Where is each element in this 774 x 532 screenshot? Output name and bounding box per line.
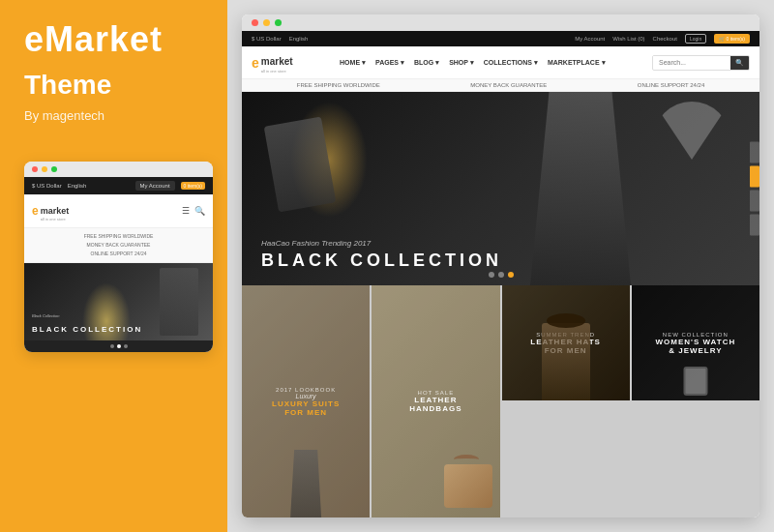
info-shipping: FREE SHIPPING WORLDWIDE bbox=[297, 82, 380, 88]
hero-sub-text: HaaCao Fashion Trending 2017 bbox=[261, 239, 502, 248]
nav-collections[interactable]: COLLECTIONS ▾ bbox=[484, 59, 538, 67]
theme-label: Theme bbox=[24, 70, 203, 101]
desktop-window: $ US Dollar English My Account Wish List… bbox=[242, 15, 759, 517]
left-panel: eMarket Theme By magentech $ US Dollar E… bbox=[0, 0, 227, 532]
product-card-leather-hats[interactable]: Summer Trend LEATHER HATSFOR MEN bbox=[502, 285, 630, 400]
brand-title: eMarket bbox=[24, 19, 203, 60]
desktop-login[interactable]: Login bbox=[685, 34, 706, 44]
search-input[interactable] bbox=[653, 56, 730, 69]
handbag-figure bbox=[444, 464, 492, 508]
mobile-logo-market: market bbox=[41, 206, 70, 216]
desktop-wishlist[interactable]: Wish List (0) bbox=[612, 36, 644, 42]
nav-shop[interactable]: SHOP ▾ bbox=[449, 59, 474, 67]
mobile-dots-indicator bbox=[24, 340, 213, 352]
product-title-4: LEATHERHANDBAGS bbox=[409, 396, 461, 413]
hero-main-text: BLACK COLLECTION bbox=[261, 251, 502, 271]
mobile-banner-main: BLACK COLLECTION bbox=[32, 325, 142, 334]
info-money-back: MONEY BACK GUARANTEE bbox=[470, 82, 547, 88]
author-label: By magentech bbox=[24, 108, 203, 123]
dot-yellow bbox=[42, 166, 47, 172]
mobile-titlebar bbox=[24, 162, 213, 177]
mobile-banner-figure bbox=[160, 268, 198, 336]
desktop-logo-sub: all in one store bbox=[261, 69, 293, 74]
mobile-topbar-left: $ US Dollar English bbox=[32, 183, 86, 189]
mobile-header: e market all in one store ☰ 🔍 bbox=[24, 194, 213, 228]
side-btn-2[interactable] bbox=[750, 166, 759, 188]
hamburger-icon[interactable]: ☰ bbox=[182, 206, 190, 216]
desktop-topbar: $ US Dollar English My Account Wish List… bbox=[242, 31, 759, 46]
mobile-banner: Black Collection BLACK COLLECTION bbox=[24, 263, 213, 340]
desktop-language[interactable]: English bbox=[289, 36, 309, 42]
desktop-search: 🔍 bbox=[652, 55, 750, 71]
desktop-checkout[interactable]: Checkout bbox=[653, 36, 677, 42]
hero-side-nav bbox=[750, 142, 759, 236]
mobile-logo-e: e bbox=[32, 204, 39, 218]
dt-dot-green bbox=[275, 19, 282, 26]
mobile-logo: e market all in one store bbox=[32, 200, 69, 222]
product-card-handbags[interactable]: Hot Sale LEATHERHANDBAGS bbox=[372, 285, 499, 517]
mobile-topbar-right: My Account 0 item(s) bbox=[135, 181, 205, 191]
side-btn-1[interactable] bbox=[750, 142, 759, 163]
slide-dot-1[interactable] bbox=[110, 344, 114, 348]
mobile-info-3: ONLINE SUPPORT 24/24 bbox=[32, 250, 205, 258]
mobile-info-1: FREE SHIPPING WORLDWIDE bbox=[32, 232, 205, 241]
product-card-suits[interactable]: 2017 Lookbook Luxury LUXURY SUITSFOR MEN bbox=[242, 285, 370, 517]
dt-dot-red bbox=[252, 19, 258, 26]
desktop-topbar-left: $ US Dollar English bbox=[252, 36, 308, 42]
mobile-account[interactable]: My Account bbox=[135, 181, 175, 191]
slide-dot-2[interactable] bbox=[117, 344, 121, 348]
desktop-logo: e market all in one store bbox=[252, 51, 293, 74]
hat-brim bbox=[547, 313, 585, 328]
mobile-logo-sub: all in one store bbox=[41, 218, 70, 222]
mobile-preview: $ US Dollar English My Account 0 item(s)… bbox=[24, 162, 213, 352]
mobile-cart-badge[interactable]: 0 item(s) bbox=[181, 182, 205, 190]
desktop-logo-e: e bbox=[252, 55, 259, 71]
desktop-logo-market: market bbox=[261, 56, 293, 67]
nav-marketplace[interactable]: MARKETPLACE ▾ bbox=[548, 59, 606, 67]
mobile-topbar: $ US Dollar English My Account 0 item(s) bbox=[24, 177, 213, 194]
desktop-currency[interactable]: $ US Dollar bbox=[252, 36, 282, 42]
desktop-infostrip: FREE SHIPPING WORLDWIDE MONEY BACK GUARA… bbox=[242, 79, 759, 92]
dt-dot-yellow bbox=[263, 19, 270, 26]
product-title-3-italic: Luxury bbox=[296, 393, 316, 399]
nav-blog[interactable]: BLOG ▾ bbox=[414, 59, 439, 67]
mobile-banner-sub: Black Collection bbox=[32, 313, 142, 318]
product-title-2: WOMEN'S WATCH& JEWELRY bbox=[656, 338, 736, 355]
slide-dot-3[interactable] bbox=[124, 344, 128, 348]
handbag-handle bbox=[454, 455, 479, 464]
hat-man-figure bbox=[542, 323, 590, 400]
mobile-info-2: MONEY BACK GUARANTEE bbox=[32, 241, 205, 250]
desktop-account[interactable]: My Account bbox=[575, 36, 605, 42]
product-grid: Summer Trend LEATHER HATSFOR MEN New Col… bbox=[242, 285, 759, 517]
dot-red bbox=[32, 166, 38, 172]
dot-green bbox=[51, 166, 57, 172]
desktop-nav: HOME ▾ PAGES ▾ BLOG ▾ SHOP ▾ COLLECTIONS… bbox=[340, 59, 605, 67]
watch-figure bbox=[683, 367, 707, 396]
hero-text-block: HaaCao Fashion Trending 2017 BLACK COLLE… bbox=[242, 224, 521, 285]
side-btn-3[interactable] bbox=[750, 191, 759, 212]
search-icon[interactable]: 🔍 bbox=[194, 206, 205, 216]
mobile-info-bar: FREE SHIPPING WORLDWIDE MONEY BACK GUARA… bbox=[24, 228, 213, 263]
search-button[interactable]: 🔍 bbox=[730, 56, 749, 70]
side-btn-4[interactable] bbox=[750, 215, 759, 236]
right-panel: $ US Dollar English My Account Wish List… bbox=[227, 0, 774, 532]
nav-pages[interactable]: PAGES ▾ bbox=[375, 59, 404, 67]
desktop-topbar-right: My Account Wish List (0) Checkout Login … bbox=[575, 34, 750, 44]
desktop-navbar: e market all in one store HOME ▾ PAGES ▾… bbox=[242, 46, 759, 79]
mobile-language[interactable]: English bbox=[68, 183, 87, 189]
mobile-currency[interactable]: $ US Dollar bbox=[32, 183, 62, 189]
desktop-hero: HaaCao Fashion Trending 2017 BLACK COLLE… bbox=[242, 92, 759, 285]
product-card-watch[interactable]: New Collection WOMEN'S WATCH& JEWELRY bbox=[632, 285, 759, 400]
info-support: ONLINE SUPPORT 24/24 bbox=[638, 82, 704, 88]
hero-umbrella bbox=[653, 102, 730, 179]
mobile-header-icons: ☰ 🔍 bbox=[182, 206, 205, 216]
desktop-cart[interactable]: 🛒 0 item(s) bbox=[714, 34, 750, 44]
product-title-3: LUXURY SUITSFOR MEN bbox=[272, 399, 340, 417]
desktop-titlebar bbox=[242, 15, 759, 31]
nav-home[interactable]: HOME ▾ bbox=[340, 59, 366, 67]
